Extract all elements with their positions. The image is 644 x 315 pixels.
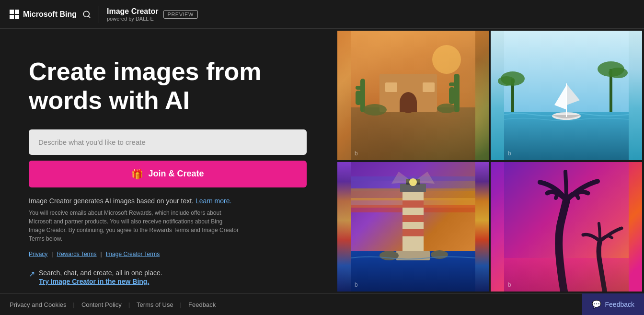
search-button[interactable] xyxy=(82,10,91,19)
svg-text:b: b xyxy=(508,281,511,288)
privacy-link[interactable]: Privacy xyxy=(29,251,47,257)
svg-point-15 xyxy=(432,45,461,74)
gallery-image-sailboat: b xyxy=(491,31,642,160)
svg-rect-14 xyxy=(449,87,455,104)
content-policy-link[interactable]: Content Policy xyxy=(81,301,122,308)
terms-links: Privacy | Rewards Terms | Image Creator … xyxy=(29,251,307,257)
image-gallery: b xyxy=(335,29,644,293)
svg-text:b: b xyxy=(508,150,511,157)
header-divider xyxy=(99,6,99,23)
try-new-bing-link[interactable]: Try Image Creator in the new Bing. xyxy=(39,278,162,285)
desert-svg: b xyxy=(337,31,489,160)
promo-description: Search, chat, and create, all in one pla… xyxy=(39,269,162,277)
creator-terms-link[interactable]: Image Creator Terms xyxy=(106,251,160,257)
svg-rect-8 xyxy=(423,82,435,92)
lighthouse-svg: b xyxy=(337,162,489,292)
svg-rect-13 xyxy=(449,82,460,86)
svg-point-22 xyxy=(498,76,515,86)
svg-rect-11 xyxy=(356,91,361,105)
svg-rect-41 xyxy=(402,215,424,222)
fine-print: You will receive emails about Microsoft … xyxy=(29,209,240,243)
svg-rect-3 xyxy=(351,107,475,160)
preview-badge: PREVIEW xyxy=(163,10,198,19)
promo-arrow-icon: ↗ xyxy=(29,269,35,279)
logo-area: Microsoft Bing xyxy=(10,10,77,19)
reward-icon: 🎁 xyxy=(131,168,143,180)
svg-rect-7 xyxy=(385,82,397,92)
terms-of-use-link[interactable]: Terms of Use xyxy=(137,301,173,308)
svg-point-17 xyxy=(437,104,456,113)
gallery-image-palm: b xyxy=(491,162,642,292)
svg-rect-52 xyxy=(504,162,629,292)
product-title: Image Creator xyxy=(107,7,159,16)
bing-logo-text: Microsoft Bing xyxy=(23,10,77,19)
feedback-button[interactable]: 💬 Feedback xyxy=(582,293,644,315)
svg-rect-6 xyxy=(400,102,417,112)
learn-more-link[interactable]: Learn more. xyxy=(196,197,231,205)
promo-box: ↗ Search, chat, and create, all in one p… xyxy=(29,269,307,285)
footer-feedback-link[interactable]: Feedback xyxy=(188,301,216,308)
gallery-image-desert: b xyxy=(337,31,489,160)
prompt-input[interactable] xyxy=(29,129,307,155)
svg-line-1 xyxy=(88,16,90,17)
left-panel: Create images from words with AI 🎁 Join … xyxy=(0,29,335,293)
main-heading: Create images from words with AI xyxy=(29,58,307,115)
search-icon xyxy=(82,10,91,19)
header: Microsoft Bing Image Creator powered by … xyxy=(0,0,644,29)
svg-text:b: b xyxy=(355,281,358,288)
svg-rect-10 xyxy=(356,86,365,90)
rewards-terms-link[interactable]: Rewards Terms xyxy=(57,251,96,257)
svg-text:b: b xyxy=(355,150,358,157)
palm-svg: b xyxy=(491,162,642,292)
join-create-button[interactable]: 🎁 Join & Create xyxy=(29,161,307,187)
svg-rect-40 xyxy=(402,200,424,208)
info-text: Image Creator generates AI images based … xyxy=(29,197,307,205)
product-title-area: Image Creator powered by DALL·E xyxy=(107,7,159,22)
privacy-cookies-link[interactable]: Privacy and Cookies xyxy=(10,301,67,308)
gallery-image-lighthouse: b xyxy=(337,162,489,292)
windows-icon xyxy=(10,10,19,19)
sailboat-svg: b xyxy=(491,31,642,160)
feedback-icon: 💬 xyxy=(592,300,601,309)
footer: Privacy and Cookies | Content Policy | T… xyxy=(0,293,644,315)
svg-point-16 xyxy=(363,104,387,116)
powered-by-label: powered by DALL·E xyxy=(107,16,159,22)
footer-links: Privacy and Cookies | Content Policy | T… xyxy=(10,301,216,308)
main-container: Create images from words with AI 🎁 Join … xyxy=(0,29,644,293)
svg-rect-42 xyxy=(402,229,424,236)
svg-point-25 xyxy=(609,68,628,78)
